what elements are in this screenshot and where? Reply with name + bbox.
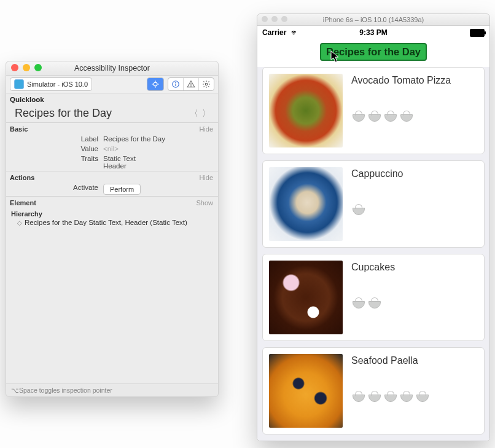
actions-hide-button[interactable]: Hide — [199, 174, 213, 181]
accessibility-inspector-window: Accessibility Inspector Simulator - iOS … — [6, 61, 219, 397]
hierarchy-row[interactable]: ◇ Recipes for the Day Static Text, Heade… — [11, 218, 213, 227]
target-picker[interactable]: Simulator - iOS 10.0 — [10, 77, 92, 91]
minimize-icon[interactable] — [271, 16, 278, 22]
nav-title-highlighted[interactable]: Recipes for the Day — [320, 43, 427, 61]
recipe-rating — [351, 297, 478, 308]
element-label: Element — [10, 199, 36, 206]
inspector-titlebar[interactable]: Accessibility Inspector — [6, 61, 218, 76]
recipe-title: Avocado Tomato Pizza — [351, 74, 478, 86]
kv-key-activate: Activate — [6, 184, 103, 195]
recipe-card[interactable]: Avocado Tomato Pizza — [262, 67, 485, 154]
hierarchy-row-text: Recipes for the Day Static Text, Header … — [25, 219, 187, 226]
recipe-card-body: Cappuccino — [351, 167, 478, 215]
svg-point-10 — [205, 83, 208, 85]
kv-val-traits: Static Text Header — [103, 155, 136, 170]
recipe-rating — [351, 391, 478, 402]
basic-hide-button[interactable]: Hide — [199, 125, 213, 133]
rating-bowl-icon — [367, 111, 381, 122]
quicklook-section-header: Quicklook — [6, 93, 218, 104]
close-icon[interactable] — [11, 64, 18, 71]
svg-point-9 — [191, 86, 192, 87]
rating-bowl-icon — [415, 391, 429, 402]
basic-section-header: Basic Hide — [6, 122, 218, 134]
gear-icon[interactable] — [199, 78, 214, 90]
rating-bowl-icon — [351, 391, 365, 402]
recipe-card-body: Seafood Paella — [351, 354, 478, 402]
recipe-rating — [351, 111, 478, 122]
rating-bowl-icon — [351, 204, 365, 215]
quicklook-prev-button[interactable]: 〈 — [190, 108, 198, 119]
sim-traffic-lights[interactable] — [262, 16, 287, 22]
recipe-card[interactable]: Zucchini Chips — [262, 441, 485, 441]
recipe-title: Cappuccino — [351, 167, 478, 179]
recipe-thumbnail — [269, 354, 343, 428]
kv-val-label: Recipes for the Day — [103, 135, 165, 143]
recipe-rating — [351, 204, 478, 215]
target-reticle-icon[interactable] — [147, 78, 163, 90]
quicklook-value: Recipes for the Day — [9, 107, 190, 120]
rating-bowl-icon — [367, 391, 381, 402]
rating-bowl-icon — [383, 391, 397, 402]
warning-icon[interactable] — [184, 78, 199, 90]
recipe-title: Cupcakes — [351, 261, 478, 273]
inspector-toolbar: Simulator - iOS 10.0 — [6, 76, 218, 93]
device-screen: Carrier ᯤ 9:33 PM Recipes for the Day Av… — [257, 26, 489, 441]
element-section-header: Element Show — [6, 196, 218, 208]
status-bar: Carrier ᯤ 9:33 PM — [257, 26, 489, 39]
nav-title-text: Recipes for the Day — [326, 46, 421, 57]
recipe-list[interactable]: Avocado Tomato PizzaCappuccinoCupcakesSe… — [257, 67, 489, 441]
recipe-card[interactable]: Cappuccino — [262, 160, 485, 248]
inspector-title: Accessibility Inspector — [74, 64, 150, 73]
close-icon[interactable] — [262, 16, 268, 22]
rating-bowl-icon — [399, 111, 413, 122]
rating-bowl-icon — [383, 111, 397, 122]
inspector-footer-hint: ⌥Space toggles inspection pointer — [6, 383, 218, 396]
kv-key-value: Value — [6, 145, 103, 152]
quicklook-next-button[interactable]: 〉 — [202, 108, 211, 119]
trait-static-text: Static Text — [103, 155, 136, 162]
zoom-icon[interactable] — [281, 16, 287, 22]
hierarchy-node-icon: ◇ — [17, 219, 22, 226]
svg-point-7 — [176, 82, 176, 83]
recipe-thumbnail — [269, 167, 343, 241]
target-picker-label: Simulator - iOS 10.0 — [27, 81, 88, 88]
window-traffic-lights[interactable] — [11, 64, 42, 71]
kv-val-value: <nil> — [103, 145, 119, 152]
simulator-titlebar[interactable]: iPhone 6s – iOS 10.0 (14A5339a) — [257, 14, 489, 26]
recipe-thumbnail — [269, 74, 343, 147]
status-time: 9:33 PM — [257, 28, 489, 37]
actions-label: Actions — [10, 174, 34, 181]
recipe-card-body: Avocado Tomato Pizza — [351, 74, 478, 122]
element-show-button[interactable]: Show — [196, 199, 213, 206]
recipe-card-body: Cupcakes — [351, 261, 478, 308]
simulator-title: iPhone 6s – iOS 10.0 (14A5339a) — [323, 16, 424, 23]
recipe-card[interactable]: Cupcakes — [262, 254, 485, 341]
perform-button[interactable]: Perform — [103, 184, 141, 195]
rating-bowl-icon — [399, 391, 413, 402]
recipe-title: Seafood Paella — [351, 354, 478, 366]
kv-key-traits: Traits — [6, 155, 103, 170]
simulator-app-icon — [14, 79, 24, 89]
rating-bowl-icon — [367, 297, 381, 308]
basic-label: Basic — [10, 125, 28, 133]
info-icon[interactable] — [168, 78, 184, 90]
battery-icon — [470, 29, 485, 37]
minimize-icon[interactable] — [23, 64, 30, 71]
toolbar-aux-segment[interactable] — [168, 77, 214, 91]
actions-section-header: Actions Hide — [6, 171, 218, 183]
recipe-thumbnail — [269, 261, 343, 334]
trait-header: Header — [103, 162, 136, 170]
rating-bowl-icon — [351, 297, 365, 308]
recipe-card[interactable]: Seafood Paella — [262, 347, 485, 434]
simulator-window: iPhone 6s – iOS 10.0 (14A5339a) Carrier … — [257, 14, 490, 441]
rating-bowl-icon — [351, 111, 365, 122]
svg-point-0 — [154, 82, 157, 86]
nav-bar: Recipes for the Day — [257, 39, 489, 67]
toolbar-mode-segment[interactable] — [147, 77, 164, 91]
kv-key-label: Label — [6, 135, 103, 143]
zoom-icon[interactable] — [34, 64, 42, 71]
hierarchy-section-header: Hierarchy — [11, 210, 213, 218]
